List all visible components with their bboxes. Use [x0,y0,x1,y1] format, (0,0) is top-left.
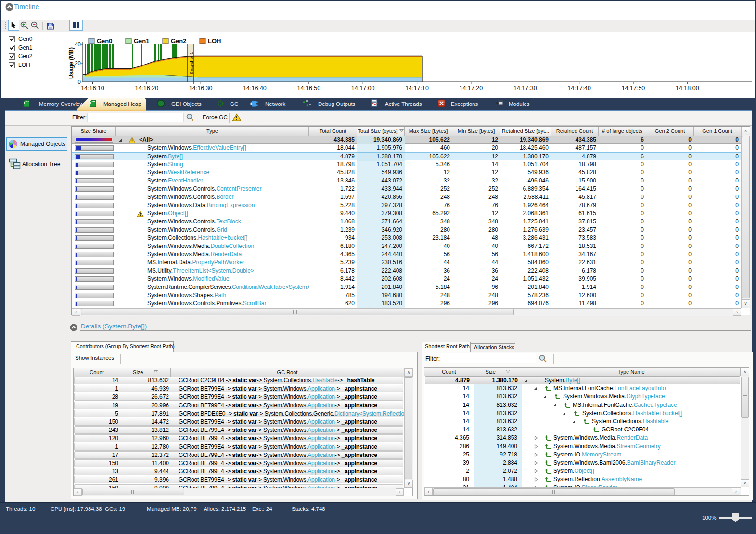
svg-text:14:18:00: 14:18:00 [676,85,699,91]
svg-text:Gen0: Gen0 [97,38,113,45]
svg-text:14:17:00: 14:17:00 [351,85,375,91]
svg-text:Usage (MB): Usage (MB) [68,47,75,79]
svg-text:40: 40 [75,41,81,47]
svg-text:Gen1: Gen1 [134,38,150,45]
svg-text:14:16:20: 14:16:20 [135,85,158,91]
svg-text:14:17:40: 14:17:40 [567,85,591,91]
svg-text:0: 0 [78,79,81,85]
svg-text:14:16:10: 14:16:10 [81,85,104,91]
svg-text:14:17:20: 14:17:20 [460,85,483,91]
svg-text:14:16:30: 14:16:30 [189,85,213,91]
svg-text:●: ● [306,103,308,108]
svg-text:●: ● [303,100,305,104]
svg-text:14:17:30: 14:17:30 [513,85,537,91]
svg-text:14:17:10: 14:17:10 [405,85,429,91]
svg-text:20: 20 [75,60,81,66]
svg-text:Gen2: Gen2 [171,38,187,45]
svg-text:Snapshot 1: Snapshot 1 [189,52,194,74]
svg-text:14:17:50: 14:17:50 [622,85,645,91]
svg-text:14:16:50: 14:16:50 [297,85,321,91]
svg-text:LOH: LOH [208,38,221,45]
svg-text:14:16:40: 14:16:40 [243,85,267,91]
